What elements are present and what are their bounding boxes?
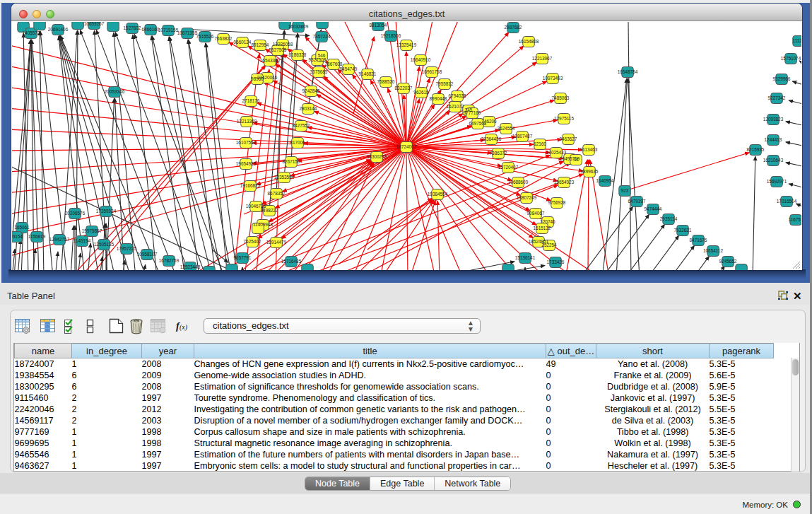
svg-text:9660124: 9660124 <box>234 40 252 45</box>
svg-text:(x): (x) <box>180 323 188 332</box>
svg-text:20053346: 20053346 <box>105 89 125 94</box>
svg-text:18300295: 18300295 <box>367 154 387 159</box>
svg-text:12975115: 12975115 <box>554 116 574 121</box>
svg-text:15716485: 15716485 <box>281 259 302 264</box>
svg-text:19166825: 19166825 <box>240 183 261 188</box>
svg-text:16782759: 16782759 <box>159 258 180 263</box>
svg-text:16543362: 16543362 <box>260 58 281 63</box>
svg-text:9474444: 9474444 <box>645 206 662 211</box>
svg-text:16548784: 16548784 <box>618 69 638 74</box>
svg-text:8186328: 8186328 <box>289 52 307 57</box>
svg-text:12213369: 12213369 <box>237 119 257 124</box>
svg-text:12942757: 12942757 <box>49 237 70 242</box>
svg-text:16107554: 16107554 <box>236 140 257 145</box>
svg-text:6794028: 6794028 <box>449 93 466 98</box>
svg-text:10653267: 10653267 <box>84 22 105 26</box>
svg-text:10719155: 10719155 <box>158 28 179 33</box>
svg-text:20364436: 20364436 <box>481 136 502 141</box>
svg-text:116753: 116753 <box>789 217 801 222</box>
svg-text:8322037: 8322037 <box>395 86 413 90</box>
svg-text:18807249: 18807249 <box>517 195 537 200</box>
svg-text:16640910: 16640910 <box>411 57 431 62</box>
svg-text:1405572: 1405572 <box>23 30 40 35</box>
svg-text:17359924: 17359924 <box>96 209 117 214</box>
svg-text:9899635: 9899635 <box>581 169 599 174</box>
svg-text:165061: 165061 <box>14 225 30 230</box>
svg-text:1145194: 1145194 <box>73 238 91 243</box>
svg-text:19384554: 19384554 <box>428 192 448 197</box>
svg-text:19975867: 19975867 <box>82 228 102 233</box>
svg-text:8678352: 8678352 <box>268 191 286 196</box>
svg-text:817006: 817006 <box>290 140 305 145</box>
svg-text:8427552: 8427552 <box>293 123 310 128</box>
svg-text:923: 923 <box>621 188 629 193</box>
svg-text:9113463: 9113463 <box>580 147 598 152</box>
svg-text:10654112: 10654112 <box>703 248 723 253</box>
svg-text:39154: 39154 <box>12 234 23 239</box>
svg-text:15136141: 15136141 <box>515 255 536 260</box>
svg-text:8471676: 8471676 <box>690 238 707 243</box>
svg-text:3375685: 3375685 <box>310 69 328 74</box>
svg-text:16210643: 16210643 <box>763 158 784 163</box>
svg-text:7663822: 7663822 <box>215 36 233 41</box>
svg-text:10958107: 10958107 <box>137 252 158 257</box>
svg-text:120746: 120746 <box>540 219 555 224</box>
svg-text:8813054: 8813054 <box>370 23 387 28</box>
svg-text:546: 546 <box>318 53 326 58</box>
svg-text:9245652: 9245652 <box>719 259 737 264</box>
svg-text:98960: 98960 <box>251 76 264 81</box>
svg-text:12093823: 12093823 <box>763 117 784 122</box>
svg-text:962615: 962615 <box>413 90 429 95</box>
svg-text:8990448: 8990448 <box>430 96 447 101</box>
svg-text:9463627: 9463627 <box>560 136 577 141</box>
svg-text:44: 44 <box>573 157 579 162</box>
svg-text:10671355: 10671355 <box>177 30 198 35</box>
svg-text:12213967: 12213967 <box>532 56 553 61</box>
svg-text:18724007: 18724007 <box>396 144 417 149</box>
svg-text:16154808: 16154808 <box>519 39 539 44</box>
svg-text:17016504: 17016504 <box>777 199 797 204</box>
svg-text:17957225: 17957225 <box>117 246 137 251</box>
svg-text:1640954: 1640954 <box>596 178 614 183</box>
svg-text:1156819: 1156819 <box>28 234 46 239</box>
svg-text:10973493: 10973493 <box>543 76 563 81</box>
svg-text:7357224: 7357224 <box>313 34 331 39</box>
svg-text:7625402: 7625402 <box>244 239 261 244</box>
svg-text:9756928: 9756928 <box>548 200 566 205</box>
svg-text:1621072: 1621072 <box>447 104 464 109</box>
svg-text:20691406: 20691406 <box>48 27 69 32</box>
svg-text:9146821: 9146821 <box>359 71 377 76</box>
svg-text:16914479: 16914479 <box>266 240 287 245</box>
svg-text:2718176: 2718176 <box>242 98 260 103</box>
svg-text:9242848: 9242848 <box>302 88 320 93</box>
svg-text:2987682: 2987682 <box>505 25 522 30</box>
svg-text:9657791: 9657791 <box>234 255 252 260</box>
svg-text:13325419: 13325419 <box>396 42 417 47</box>
svg-text:15751074: 15751074 <box>781 56 801 61</box>
svg-text:19654923: 19654923 <box>554 180 575 185</box>
svg-text:1527602: 1527602 <box>124 25 141 30</box>
svg-text:9527505: 9527505 <box>269 47 287 52</box>
svg-text:746206: 746206 <box>481 119 497 124</box>
svg-text:2867608: 2867608 <box>325 62 343 66</box>
svg-text:8215935: 8215935 <box>747 147 765 152</box>
svg-text:7485063: 7485063 <box>552 95 570 100</box>
svg-text:1615132: 1615132 <box>534 226 551 230</box>
svg-text:9084067: 9084067 <box>527 211 545 216</box>
svg-text:15720407: 15720407 <box>498 165 519 170</box>
svg-text:16961758: 16961758 <box>422 69 442 74</box>
svg-text:10807487: 10807487 <box>512 134 533 139</box>
svg-text:252254: 252254 <box>541 243 557 247</box>
svg-text:19654925: 19654925 <box>236 161 257 166</box>
svg-text:19218506: 19218506 <box>381 33 401 38</box>
svg-text:8267150: 8267150 <box>283 159 300 164</box>
svg-text:12923448: 12923448 <box>180 264 201 269</box>
svg-text:7955812: 7955812 <box>436 81 454 86</box>
svg-text:3624554: 3624554 <box>498 126 515 131</box>
svg-text:8454749: 8454749 <box>340 66 358 71</box>
svg-text:9327508: 9327508 <box>309 57 326 62</box>
svg-text:7588520: 7588520 <box>377 79 395 84</box>
svg-text:20206576: 20206576 <box>65 211 86 216</box>
svg-text:16033809: 16033809 <box>288 24 309 29</box>
svg-text:15692971: 15692971 <box>767 179 787 184</box>
